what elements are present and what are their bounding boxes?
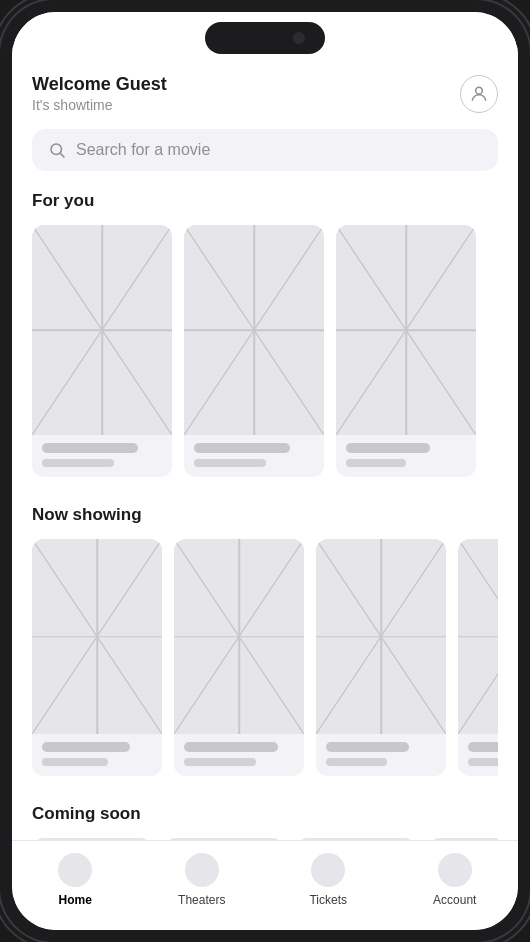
movie-subtitle-placeholder	[42, 459, 114, 467]
svg-line-2	[60, 153, 64, 157]
section-title-coming-soon: Coming soon	[32, 804, 498, 824]
movie-poster	[32, 539, 162, 734]
svg-line-17	[32, 838, 152, 840]
movie-subtitle-placeholder	[468, 758, 498, 766]
nav-item-account[interactable]: Account	[392, 853, 519, 907]
movie-info	[32, 734, 162, 776]
list-item[interactable]	[428, 838, 498, 840]
list-item[interactable]	[174, 539, 304, 776]
movie-info	[32, 435, 172, 477]
svg-line-22	[296, 838, 416, 840]
list-item[interactable]	[316, 539, 446, 776]
nav-item-theaters[interactable]: Theaters	[139, 853, 266, 907]
movie-subtitle-placeholder	[326, 758, 387, 766]
movie-title-placeholder	[42, 742, 130, 752]
svg-line-18	[32, 838, 152, 840]
movie-subtitle-placeholder	[42, 758, 108, 766]
movie-title-placeholder	[468, 742, 498, 752]
nav-label-home: Home	[59, 893, 92, 907]
list-item[interactable]	[296, 838, 416, 840]
movie-poster	[32, 225, 172, 435]
svg-line-20	[164, 838, 284, 840]
movie-poster	[184, 225, 324, 435]
movie-info	[458, 734, 498, 776]
search-placeholder: Search for a movie	[76, 141, 210, 159]
header: Welcome Guest It's showtime	[32, 62, 498, 129]
svg-line-21	[296, 838, 416, 840]
movie-title-placeholder	[194, 443, 290, 453]
list-item[interactable]	[32, 225, 172, 477]
welcome-subtitle: It's showtime	[32, 97, 167, 113]
coming-poster	[428, 838, 498, 840]
now-showing-scroll[interactable]	[32, 539, 498, 780]
notch	[205, 22, 325, 54]
svg-line-24	[428, 838, 498, 840]
nav-label-theaters: Theaters	[178, 893, 225, 907]
nav-label-account: Account	[433, 893, 476, 907]
search-icon	[48, 141, 66, 159]
nav-item-home[interactable]: Home	[12, 853, 139, 907]
content-area: Welcome Guest It's showtime Search for a…	[12, 62, 518, 840]
list-item[interactable]	[32, 838, 152, 840]
phone-screen: Welcome Guest It's showtime Search for a…	[12, 12, 518, 930]
coming-poster	[32, 838, 152, 840]
list-item[interactable]	[336, 225, 476, 477]
movie-info	[316, 734, 446, 776]
for-you-scroll[interactable]	[32, 225, 498, 481]
coming-poster	[164, 838, 284, 840]
movie-poster	[458, 539, 498, 734]
list-item[interactable]	[184, 225, 324, 477]
bottom-nav: Home Theaters Tickets Account	[12, 840, 518, 930]
movie-subtitle-placeholder	[346, 459, 406, 467]
movie-info	[336, 435, 476, 477]
account-avatar[interactable]	[460, 75, 498, 113]
coming-soon-scroll[interactable]	[32, 838, 498, 840]
svg-point-1	[51, 144, 62, 155]
svg-line-23	[428, 838, 498, 840]
notch-area	[12, 12, 518, 62]
movie-title-placeholder	[346, 443, 430, 453]
svg-line-19	[164, 838, 284, 840]
svg-point-0	[476, 87, 483, 94]
theaters-icon	[185, 853, 219, 887]
movie-title-placeholder	[42, 443, 138, 453]
welcome-title: Welcome Guest	[32, 74, 167, 95]
camera-notch	[293, 32, 305, 44]
movie-info	[184, 435, 324, 477]
list-item[interactable]	[32, 539, 162, 776]
movie-title-placeholder	[326, 742, 409, 752]
phone-frame: Welcome Guest It's showtime Search for a…	[0, 0, 530, 942]
nav-item-tickets[interactable]: Tickets	[265, 853, 392, 907]
movie-subtitle-placeholder	[184, 758, 256, 766]
list-item[interactable]	[458, 539, 498, 776]
tickets-icon	[311, 853, 345, 887]
movie-poster	[174, 539, 304, 734]
home-icon	[58, 853, 92, 887]
header-text: Welcome Guest It's showtime	[32, 74, 167, 113]
list-item[interactable]	[164, 838, 284, 840]
movie-subtitle-placeholder	[194, 459, 266, 467]
coming-poster	[296, 838, 416, 840]
movie-info	[174, 734, 304, 776]
movie-title-placeholder	[184, 742, 278, 752]
section-title-for-you: For you	[32, 191, 498, 211]
account-icon	[438, 853, 472, 887]
movie-poster	[316, 539, 446, 734]
search-bar[interactable]: Search for a movie	[32, 129, 498, 171]
movie-poster	[336, 225, 476, 435]
section-title-now-showing: Now showing	[32, 505, 498, 525]
nav-label-tickets: Tickets	[309, 893, 347, 907]
